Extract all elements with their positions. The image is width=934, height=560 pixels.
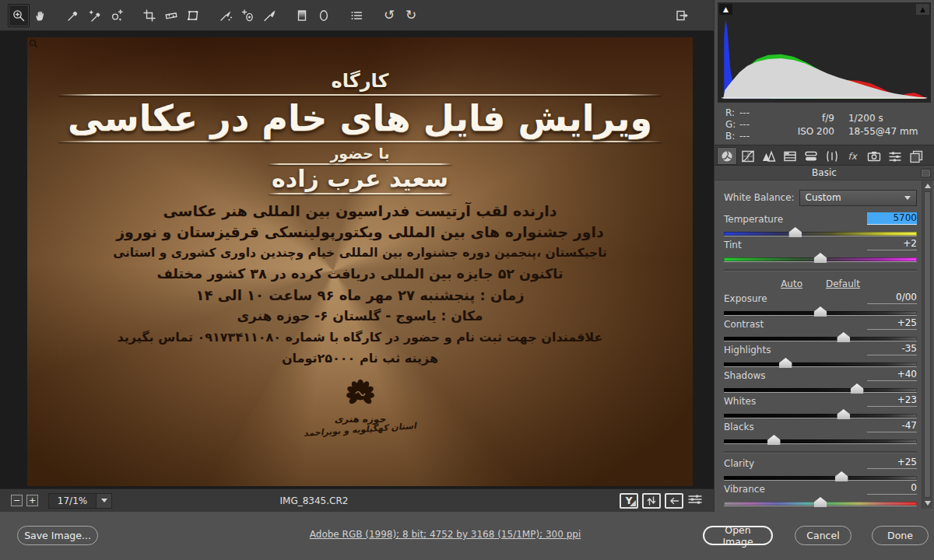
slider-temperature: Temperature5700 xyxy=(724,213,917,239)
tab-split-toning-icon[interactable] xyxy=(801,147,821,165)
zoom-level-value: 17/1% xyxy=(58,495,87,506)
copy-settings-button[interactable] xyxy=(665,493,683,509)
white-balance-sliders: Temperature5700Tint+2 xyxy=(724,213,917,264)
before-after-toggle-button[interactable]: Y xyxy=(620,493,638,509)
filename-label: IMG_8345.CR2 xyxy=(280,495,349,506)
panel-header: Basic xyxy=(715,165,934,180)
scroll-up-icon[interactable] xyxy=(925,184,931,188)
poster-line: تاکنون ۵۲ جایزه بین المللی دریافت کرده د… xyxy=(27,264,693,285)
slider-thumb[interactable] xyxy=(814,253,827,263)
slider-thumb[interactable] xyxy=(851,383,864,394)
shadow-clipping-indicator[interactable]: ▲ xyxy=(719,4,732,15)
rotate-left-icon[interactable]: ↺ xyxy=(378,4,400,27)
slider-value-field[interactable]: +2 xyxy=(867,238,917,250)
zoom-level-select[interactable]: 17/1% xyxy=(48,493,97,509)
slider-track[interactable] xyxy=(724,311,917,315)
slider-track[interactable] xyxy=(724,476,917,480)
slider-value-field[interactable]: -35 xyxy=(867,343,917,355)
slider-label: Shadows xyxy=(724,370,766,381)
zoom-out-button[interactable]: − xyxy=(11,495,23,506)
slider-clarity: Clarity+25 xyxy=(724,457,917,483)
scroll-down-icon[interactable] xyxy=(925,501,931,506)
white-balance-select[interactable]: Custom xyxy=(799,190,917,206)
tab-tone-curve-icon[interactable] xyxy=(738,147,758,165)
hand-tool-icon[interactable] xyxy=(30,4,51,27)
slider-value-field[interactable]: -47 xyxy=(867,420,917,432)
panel-scrollbar[interactable] xyxy=(922,180,932,509)
slider-value-field[interactable]: +25 xyxy=(867,457,917,469)
slider-thumb[interactable] xyxy=(837,332,850,342)
slider-thumb[interactable] xyxy=(837,409,850,419)
crop-tool-icon[interactable] xyxy=(139,4,160,27)
panel-menu-icon[interactable] xyxy=(921,169,931,180)
slider-thumb[interactable] xyxy=(835,471,848,481)
slider-exposure: Exposure0/00 xyxy=(724,292,917,318)
tab-basic-aperture-icon[interactable] xyxy=(717,147,737,165)
swap-before-after-button[interactable] xyxy=(642,493,661,509)
toggle-fullscreen-icon[interactable] xyxy=(672,4,693,27)
slider-value-field[interactable]: 5700 xyxy=(867,212,917,225)
zoom-cursor-icon xyxy=(29,39,39,49)
slider-whites: Whites+23 xyxy=(724,395,917,421)
slider-track[interactable] xyxy=(724,388,917,392)
adjustment-brush-tool-icon[interactable] xyxy=(258,4,280,27)
graduated-filter-tool-icon[interactable] xyxy=(291,4,313,27)
spot-removal-tool-icon[interactable] xyxy=(215,4,237,27)
slider-track[interactable] xyxy=(724,337,917,341)
slider-thumb[interactable] xyxy=(779,358,792,368)
poster-line: داور جشنواره های بین المللی ویکتورپولینس… xyxy=(27,222,693,243)
slider-value-field[interactable]: +25 xyxy=(867,317,917,330)
slider-value-field[interactable]: +23 xyxy=(867,394,917,407)
slider-track[interactable] xyxy=(724,362,917,366)
red-eye-tool-icon[interactable] xyxy=(237,4,258,27)
targeted-adjustment-tool-icon[interactable] xyxy=(106,4,128,27)
tab-detail-icon[interactable] xyxy=(759,147,779,165)
slider-thumb[interactable] xyxy=(814,306,827,317)
slider-thumb[interactable] xyxy=(788,227,802,237)
white-balance-tool-icon[interactable] xyxy=(62,4,84,27)
slider-track[interactable] xyxy=(724,257,917,261)
zoom-in-button[interactable]: + xyxy=(26,495,38,506)
tab-presets-icon[interactable] xyxy=(885,147,905,165)
cancel-button[interactable]: Cancel xyxy=(795,526,851,545)
slider-track[interactable] xyxy=(724,414,917,418)
image-area[interactable]: کارگاه ویرایش فایل های خام در عکاسی با ح… xyxy=(0,31,714,488)
tab-hsl-grayscale-icon[interactable] xyxy=(780,147,800,165)
slider-track[interactable] xyxy=(724,439,917,443)
slider-value-field[interactable]: +40 xyxy=(867,369,917,381)
highlight-clipping-indicator[interactable]: ▲ xyxy=(916,4,929,15)
zoom-tool-icon[interactable] xyxy=(8,4,30,27)
transform-tool-icon[interactable] xyxy=(182,4,204,27)
rotate-right-icon[interactable]: ↻ xyxy=(400,4,422,27)
slider-track[interactable] xyxy=(724,232,917,236)
save-image-button[interactable]: Save Image... xyxy=(17,526,98,545)
slider-value-field[interactable]: 0 xyxy=(867,482,917,495)
preview-preference-icon[interactable] xyxy=(687,493,703,508)
slider-value-field[interactable]: 0/00 xyxy=(867,292,917,304)
radial-filter-tool-icon[interactable] xyxy=(313,4,335,27)
preferences-list-icon[interactable] xyxy=(346,4,367,27)
default-link[interactable]: Default xyxy=(826,278,860,289)
slider-label: Temperature xyxy=(724,214,783,225)
slider-thumb[interactable] xyxy=(767,435,781,445)
zoom-level-chevron-icon[interactable] xyxy=(97,493,112,509)
done-button[interactable]: Done xyxy=(872,526,929,545)
workflow-options-link[interactable]: Adobe RGB (1998); 8 bit; 4752 by 3168 (1… xyxy=(310,529,581,540)
poster-title-small: کارگاه xyxy=(27,70,693,92)
tab-camera-calibration-icon[interactable] xyxy=(864,147,884,165)
scrollbar-thumb[interactable] xyxy=(924,191,931,498)
open-image-button[interactable]: Open Image xyxy=(703,526,773,545)
straighten-tool-icon[interactable] xyxy=(160,4,182,27)
tab-lens-corrections-icon[interactable] xyxy=(822,147,842,165)
poster-canvas[interactable]: کارگاه ویرایش فایل های خام در عکاسی با ح… xyxy=(27,37,693,486)
auto-link[interactable]: Auto xyxy=(781,278,802,289)
color-sampler-tool-icon[interactable] xyxy=(84,4,106,27)
slider-track[interactable] xyxy=(724,502,917,506)
rgb-readout: R:--- G:--- B:--- xyxy=(725,107,789,142)
slider-thumb[interactable] xyxy=(814,497,827,507)
tab-effects-icon[interactable]: fx xyxy=(843,147,863,165)
slider-label: Clarity xyxy=(724,458,754,469)
poster-rule-short xyxy=(269,193,451,194)
poster-title-main: ویرایش فایل های خام در عکاسی xyxy=(27,98,693,138)
tab-snapshots-icon[interactable] xyxy=(906,147,926,165)
